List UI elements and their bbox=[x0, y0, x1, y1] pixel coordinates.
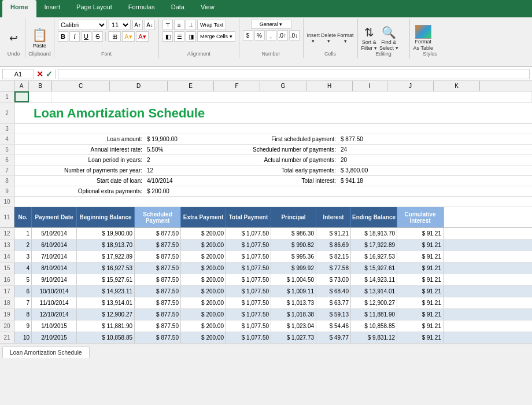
cell-no[interactable]: 4 bbox=[14, 263, 32, 274]
cell-no[interactable]: 7 bbox=[14, 297, 32, 308]
cell-cum-interest[interactable]: $ 91.21 bbox=[397, 321, 444, 332]
cell-date[interactable]: 10/10/2014 bbox=[32, 286, 77, 297]
cell-sched-pay[interactable]: $ 877.50 bbox=[135, 321, 181, 332]
tab-view[interactable]: View bbox=[193, 0, 223, 17]
decrease-decimal-button[interactable]: .0↓ bbox=[289, 30, 300, 41]
tab-page-layout[interactable]: Page Layout bbox=[68, 0, 120, 17]
cell-sched-pay[interactable]: $ 877.50 bbox=[135, 332, 181, 343]
cell-cum-interest[interactable]: $ 91.21 bbox=[397, 240, 444, 251]
comma-button[interactable]: , bbox=[266, 30, 276, 41]
cell-cum-interest[interactable]: $ 91.21 bbox=[397, 274, 444, 285]
col-header-i[interactable]: I bbox=[353, 81, 387, 91]
col-header-b[interactable]: B bbox=[29, 81, 52, 91]
cell-cum-interest[interactable]: $ 91.21 bbox=[397, 309, 444, 320]
formula-confirm-icon[interactable]: ✓ bbox=[46, 69, 53, 79]
col-header-d[interactable]: D bbox=[110, 81, 168, 91]
cell-title[interactable] bbox=[14, 103, 29, 123]
cell-beg-balance[interactable]: $ 17,922.89 bbox=[77, 251, 135, 262]
cell-extra-pay[interactable]: $ 200.00 bbox=[181, 263, 226, 274]
cell-beg-balance[interactable]: $ 16,927.53 bbox=[77, 263, 135, 274]
cell-principal[interactable]: $ 995.36 bbox=[271, 251, 316, 262]
cell-sched-pay[interactable]: $ 877.50 bbox=[135, 274, 181, 285]
find-button[interactable]: 🔍 Find &Select ▾ bbox=[379, 25, 398, 51]
insert-cells-button[interactable]: Insert▾ bbox=[307, 32, 320, 44]
cell-extra-pay[interactable]: $ 200.00 bbox=[181, 228, 226, 239]
cell-end-balance[interactable]: $ 10,858.85 bbox=[351, 321, 397, 332]
cell-interest[interactable]: $ 49.77 bbox=[316, 332, 351, 343]
borders-button[interactable]: ⊞ bbox=[108, 31, 121, 42]
cell-beg-balance[interactable]: $ 14,923.11 bbox=[77, 286, 135, 297]
cell-total-pay[interactable]: $ 1,077.50 bbox=[226, 309, 271, 320]
cell-no[interactable]: 5 bbox=[14, 274, 32, 285]
increase-decimal-button[interactable]: .0↑ bbox=[278, 30, 288, 41]
cell-interest[interactable]: $ 68.40 bbox=[316, 286, 351, 297]
cell-no[interactable]: 6 bbox=[14, 286, 32, 297]
cell-sched-pay[interactable]: $ 877.50 bbox=[135, 240, 181, 251]
cell-total-pay[interactable]: $ 1,077.50 bbox=[226, 263, 271, 274]
cell-extra-pay[interactable]: $ 200.00 bbox=[181, 286, 226, 297]
cell-sched-pay[interactable]: $ 877.50 bbox=[135, 263, 181, 274]
cell-extra-pay[interactable]: $ 200.00 bbox=[181, 332, 226, 343]
wrap-text-button[interactable]: Wrap Text bbox=[197, 20, 226, 30]
col-header-j[interactable]: J bbox=[387, 81, 434, 91]
cell-beg-balance[interactable]: $ 18,913.70 bbox=[77, 240, 135, 251]
cell-date[interactable]: 1/10/2015 bbox=[32, 321, 77, 332]
cell-end-balance[interactable]: $ 15,927.61 bbox=[351, 263, 397, 274]
cell-end-balance[interactable]: $ 18,913.70 bbox=[351, 228, 397, 239]
cell-interest[interactable]: $ 54.46 bbox=[316, 321, 351, 332]
strikethrough-button[interactable]: S bbox=[93, 31, 103, 42]
cell-principal[interactable]: $ 1,023.04 bbox=[271, 321, 316, 332]
cell-date[interactable]: 7/10/2014 bbox=[32, 251, 77, 262]
cell-extra-pay[interactable]: $ 200.00 bbox=[181, 297, 226, 308]
increase-font-button[interactable]: A↑ bbox=[132, 20, 143, 30]
cell-interest[interactable]: $ 82.15 bbox=[316, 251, 351, 262]
cell-end-balance[interactable]: $ 13,914.01 bbox=[351, 286, 397, 297]
tab-home[interactable]: Home bbox=[2, 0, 36, 17]
cell-cum-interest[interactable]: $ 91.21 bbox=[397, 263, 444, 274]
sheet-tab-active[interactable]: Loan Amortization Schedule bbox=[2, 347, 90, 358]
align-center-button[interactable]: ☰ bbox=[174, 31, 184, 42]
col-header-c[interactable]: C bbox=[52, 81, 110, 91]
align-bottom-button[interactable]: ⊥ bbox=[186, 20, 196, 30]
align-left-button[interactable]: ◧ bbox=[162, 31, 173, 42]
cell-sched-pay[interactable]: $ 877.50 bbox=[135, 251, 181, 262]
cell-end-balance[interactable]: $ 9,831.12 bbox=[351, 332, 397, 343]
cell-extra-pay[interactable]: $ 200.00 bbox=[181, 274, 226, 285]
cell-cum-interest[interactable]: $ 91.21 bbox=[397, 286, 444, 297]
cell-cum-interest[interactable]: $ 91.21 bbox=[397, 297, 444, 308]
cell-total-pay[interactable]: $ 1,077.50 bbox=[226, 321, 271, 332]
cell-interest[interactable]: $ 63.77 bbox=[316, 297, 351, 308]
cell-no[interactable]: 9 bbox=[14, 321, 32, 332]
cell-end-balance[interactable]: $ 16,927.53 bbox=[351, 251, 397, 262]
cell-sched-pay[interactable]: $ 877.50 bbox=[135, 309, 181, 320]
cell-reference-input[interactable] bbox=[2, 69, 34, 79]
underline-button[interactable]: U bbox=[81, 31, 91, 42]
cell-total-pay[interactable]: $ 1,077.50 bbox=[226, 332, 271, 343]
cell-cum-interest[interactable]: $ 91.21 bbox=[397, 251, 444, 262]
col-header-h[interactable]: H bbox=[306, 81, 353, 91]
cell-date[interactable]: 5/10/2014 bbox=[32, 228, 77, 239]
sort-filter-button[interactable]: ⇅ Sort &Filter ▾ bbox=[361, 25, 378, 51]
cell-total-pay[interactable]: $ 1,077.50 bbox=[226, 240, 271, 251]
cell-total-pay[interactable]: $ 1,077.50 bbox=[226, 251, 271, 262]
cell-principal[interactable]: $ 1,027.73 bbox=[271, 332, 316, 343]
cell-interest[interactable]: $ 59.13 bbox=[316, 309, 351, 320]
col-header-a[interactable]: A bbox=[14, 81, 29, 91]
cell-extra-pay[interactable]: $ 200.00 bbox=[181, 240, 226, 251]
font-size-selector[interactable]: 11 bbox=[109, 20, 131, 30]
tab-insert[interactable]: Insert bbox=[36, 0, 69, 17]
cell-end-balance[interactable]: $ 14,923.11 bbox=[351, 274, 397, 285]
cell-principal[interactable]: $ 986.30 bbox=[271, 228, 316, 239]
align-right-button[interactable]: ◨ bbox=[186, 31, 196, 42]
cell-beg-balance[interactable]: $ 11,881.90 bbox=[77, 321, 135, 332]
col-header-e[interactable]: E bbox=[168, 81, 214, 91]
format-cells-button[interactable]: Format▾ bbox=[337, 32, 354, 44]
cell-sched-pay[interactable]: $ 877.50 bbox=[135, 286, 181, 297]
cell-end-balance[interactable]: $ 17,922.89 bbox=[351, 240, 397, 251]
cell-interest[interactable]: $ 73.00 bbox=[316, 274, 351, 285]
cell-cum-interest[interactable]: $ 91.21 bbox=[397, 332, 444, 343]
tab-formulas[interactable]: Formulas bbox=[120, 0, 163, 17]
paste-button[interactable]: 📋 Paste bbox=[32, 28, 47, 49]
align-middle-button[interactable]: ≡ bbox=[174, 20, 184, 30]
cell-beg-balance[interactable]: $ 19,900.00 bbox=[77, 228, 135, 239]
